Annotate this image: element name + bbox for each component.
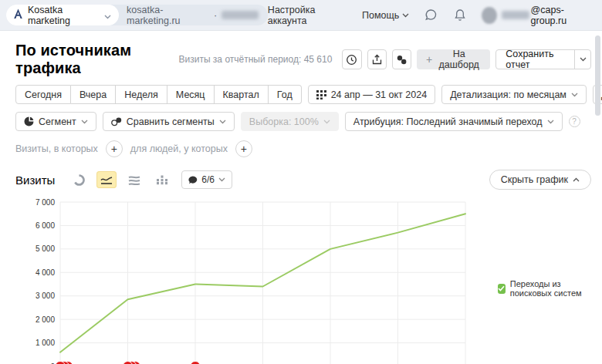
export-icon — [371, 54, 383, 66]
counter-domain: kosatka-marketing.ru — [127, 5, 209, 26]
chevron-down-icon — [402, 13, 409, 18]
plus-icon: + — [426, 53, 432, 66]
people-condition-label: для людей, у которых — [130, 143, 228, 154]
line-chart-icon[interactable] — [96, 171, 117, 188]
period-button-год[interactable]: Год — [269, 85, 302, 104]
series-count-label: 6/6 — [201, 174, 215, 185]
help-menu[interactable]: Помощь — [362, 10, 409, 21]
metrica-page: Kosatka marketing kosatka-marketing.ru ·… — [0, 0, 602, 364]
help-icon[interactable]: ? — [569, 116, 580, 127]
top-navigation: Настройка аккаунта Помощь @caps-group.ru — [268, 5, 593, 26]
chevron-down-icon — [547, 120, 554, 124]
chevron-down-icon — [580, 57, 587, 62]
metrica-drops-button[interactable] — [392, 49, 411, 69]
page-title: По источникам трафика — [15, 42, 179, 77]
svg-text:1 000: 1 000 — [36, 339, 55, 347]
period-button-квартал[interactable]: Квартал — [215, 85, 269, 104]
visits-period-label: Визиты за отчётный период: — [179, 54, 302, 65]
period-button-месяц[interactable]: Месяц — [167, 85, 215, 104]
visits-period-value: 45 610 — [304, 54, 333, 65]
date-range-button[interactable]: 24 апр — 31 окт 2024 — [308, 85, 435, 104]
add-to-dashboard-button[interactable]: + На дашборд — [417, 49, 490, 69]
hide-chart-label: Скрыть график — [501, 174, 568, 185]
calendar-grid-icon — [316, 90, 326, 99]
chart-metric-title: Визиты — [15, 174, 55, 187]
chevron-down-icon — [104, 8, 111, 22]
speech-bubble-icon — [188, 176, 198, 184]
svg-text:7 000: 7 000 — [36, 198, 55, 207]
bell-icon[interactable] — [452, 7, 468, 24]
chevron-up-icon — [573, 177, 580, 182]
sampling-label: Выборка: 100% — [249, 116, 319, 127]
chat-bubble-icon[interactable] — [423, 7, 438, 24]
counter-selector[interactable]: Kosatka marketing — [6, 5, 119, 25]
metrica-drops-icon — [396, 54, 408, 66]
donut-chart-icon[interactable] — [69, 171, 89, 188]
series-count-dropdown[interactable]: 6/6 — [181, 170, 232, 189]
account-settings-link[interactable]: Настройка аккаунта — [268, 5, 348, 26]
svg-text:5 000: 5 000 — [36, 244, 55, 253]
chevron-down-icon — [571, 93, 578, 97]
pie-icon — [24, 116, 34, 126]
user-account[interactable]: @caps-group.ru — [482, 5, 593, 26]
history-button[interactable] — [342, 49, 361, 69]
detalization-select[interactable]: Детализация: по месяцам — [441, 85, 587, 104]
stacked-area-icon[interactable] — [124, 171, 144, 188]
svg-text:6 000: 6 000 — [36, 221, 55, 230]
visits-condition-label: Визиты, в которых — [15, 143, 98, 154]
compare-segments-icon — [111, 116, 122, 126]
chart-type-switcher — [69, 171, 172, 188]
chevron-down-icon — [218, 177, 225, 182]
counter-domain-area: kosatka-marketing.ru · — [119, 5, 259, 26]
add-visit-condition-button[interactable]: + — [106, 140, 123, 157]
period-button-неделя[interactable]: Неделя — [116, 85, 167, 104]
user-email: @caps-group.ru — [502, 5, 593, 26]
dashboard-label: На дашборд — [437, 49, 481, 70]
visits-line-chart[interactable]: 01 0002 0003 0004 0005 0006 0007 000Апр … — [29, 196, 492, 364]
help-label: Помощь — [362, 10, 399, 21]
avatar — [482, 7, 497, 24]
hide-chart-button[interactable]: Скрыть график — [489, 170, 591, 190]
chevron-down-icon — [219, 120, 226, 124]
period-selector: СегодняВчераНеделяМесяцКварталГод — [15, 85, 302, 104]
visits-period-summary: Визиты за отчётный период: 45 610 — [179, 54, 333, 65]
counter-name: Kosatka marketing — [28, 5, 100, 26]
chevron-down-icon — [81, 120, 88, 124]
visits-chart-area: 01 0002 0003 0004 0005 0006 0007 000Апр … — [29, 196, 602, 364]
add-people-condition-button[interactable]: + — [235, 140, 252, 157]
sampling-select[interactable]: Выборка: 100% — [241, 112, 339, 131]
kosatka-logo-icon — [13, 8, 23, 22]
attribution-select[interactable]: Атрибуция: Последний значимый переход — [345, 112, 563, 131]
column-chart-icon[interactable] — [152, 171, 172, 188]
attribution-label: Атрибуция: Последний значимый переход — [353, 116, 543, 127]
period-button-вчера[interactable]: Вчера — [71, 85, 116, 104]
chevron-down-icon — [323, 120, 330, 124]
email-domain: @caps-group.ru — [531, 5, 593, 26]
dot-separator: · — [214, 10, 217, 21]
clock-icon — [346, 54, 357, 66]
compare-segments-button[interactable]: Сравнить сегменты — [103, 112, 235, 131]
check-icon — [498, 285, 505, 292]
masked-counter-id — [222, 11, 259, 19]
save-report-split-button: Сохранить отчет — [495, 49, 591, 69]
legend-checkbox[interactable] — [498, 284, 506, 294]
segment-label: Сегмент — [39, 116, 76, 127]
report-actions: Визиты за отчётный период: 45 610 + На д… — [179, 49, 592, 69]
masked-email-user — [502, 11, 529, 19]
compare-segments-label: Сравнить сегменты — [127, 116, 215, 127]
svg-text:4 000: 4 000 — [36, 268, 55, 277]
detalization-label: Детализация: по месяцам — [450, 89, 566, 100]
scrollbar-thumb[interactable] — [595, 35, 600, 116]
period-button-сегодня[interactable]: Сегодня — [15, 85, 71, 104]
top-bar: Kosatka marketing kosatka-marketing.ru ·… — [0, 0, 602, 31]
date-range-label: 24 апр — 31 окт 2024 — [331, 89, 427, 100]
segment-button[interactable]: Сегмент — [15, 112, 96, 131]
svg-text:2 000: 2 000 — [36, 315, 55, 324]
save-report-button[interactable]: Сохранить отчет — [496, 50, 574, 69]
save-report-dropdown[interactable] — [574, 50, 590, 69]
counter-group: Kosatka marketing kosatka-marketing.ru · — [6, 5, 268, 25]
legend-item-search-traffic[interactable]: Переходы из поисковых систем — [498, 279, 602, 298]
svg-text:3 000: 3 000 — [36, 292, 55, 300]
legend-label: Переходы из поисковых систем — [510, 279, 602, 298]
export-button[interactable] — [367, 49, 387, 69]
